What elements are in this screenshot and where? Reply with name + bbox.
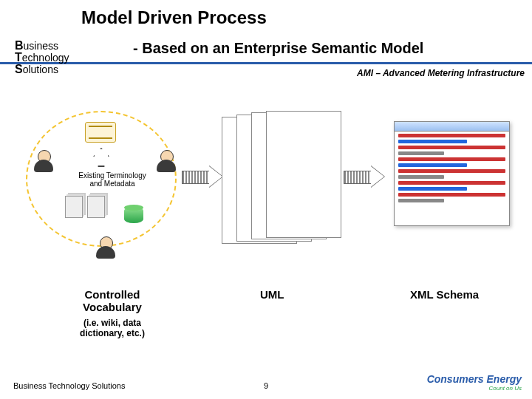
person-icon: [155, 150, 177, 172]
ami-label: AMI – Advanced Metering Infrastructure: [357, 68, 525, 78]
bts-logo: BBusinessusiness Technology Solutions: [15, 40, 69, 75]
controlled-vocab-sublabel: (i.e. wiki, data dictionary, etc.): [61, 318, 164, 338]
footer-brand-tagline: Count on Us: [427, 385, 522, 392]
flow-arrow-icon: [182, 166, 222, 187]
footer-brand-name: Consumers Energy: [427, 373, 522, 385]
existing-terminology-label: Existing Terminology and Metadata: [70, 170, 154, 189]
uml-pane-icon: [266, 111, 341, 238]
controlled-vocab-label: Controlled Vocabulary: [61, 288, 164, 313]
footer-left: Business Technology Solutions: [13, 381, 125, 390]
database-icon: [124, 207, 143, 223]
slide: Model Driven Process - Based on an Enter…: [0, 0, 532, 399]
title-divider: [0, 62, 532, 64]
footer-brand: Consumers Energy Count on Us: [427, 373, 522, 392]
uml-panes: [222, 111, 325, 244]
flow-arrow-icon: [344, 166, 384, 187]
window-titlebar-icon: [395, 122, 509, 132]
page-number: 9: [264, 381, 268, 390]
chart-node-icon: [85, 122, 116, 143]
xml-schema-label: XML Schema: [410, 288, 479, 301]
slide-subtitle: - Based on an Enterprise Semantic Model: [133, 40, 423, 57]
doc-stack-icon: [87, 196, 105, 218]
slide-title: Model Driven Process: [81, 7, 267, 28]
uml-label: UML: [260, 288, 284, 301]
xml-window-icon: [394, 121, 510, 226]
person-icon: [33, 150, 55, 172]
person-icon: [95, 236, 117, 259]
doc-stack-icon: [65, 196, 83, 218]
